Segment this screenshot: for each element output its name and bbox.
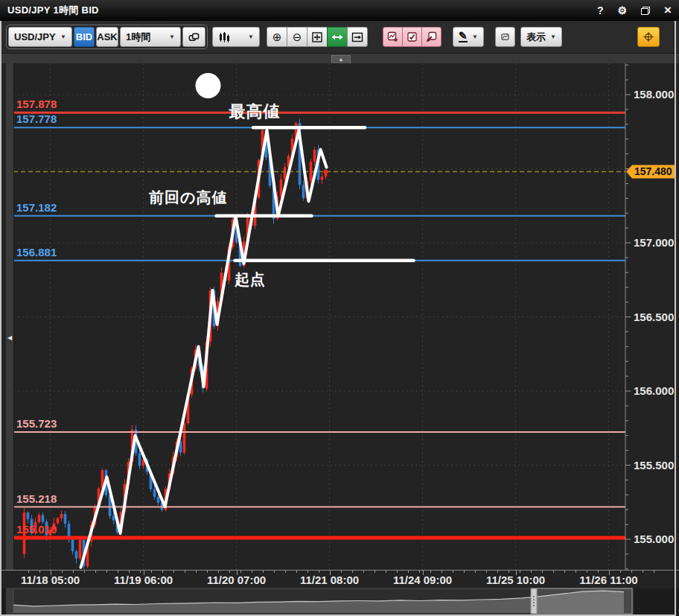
chevron-down-icon: ▼	[472, 34, 478, 40]
time-axis-tick	[363, 571, 364, 573]
time-axis-tick	[129, 571, 130, 573]
new-order-button[interactable]	[383, 27, 403, 47]
time-axis-tick	[274, 571, 275, 573]
chart-check-icon	[407, 31, 418, 42]
chart-box-icon	[501, 31, 509, 42]
bid-button[interactable]: BID	[74, 27, 95, 47]
candle-body	[138, 454, 141, 466]
y-axis-label: 157.000	[634, 236, 674, 249]
time-axis-tick	[475, 571, 476, 573]
horizontal-expand-icon	[331, 33, 343, 42]
candle-body	[79, 540, 82, 559]
crosshair-icon	[643, 31, 654, 43]
chart-minimap[interactable]	[0, 588, 679, 616]
time-axis-tick	[542, 571, 543, 573]
symbol-select[interactable]: USD/JPY▼	[8, 27, 72, 47]
minimap-handle-grip	[533, 599, 535, 600]
time-axis-tick	[263, 571, 264, 573]
time-axis-tick	[62, 571, 63, 573]
left-panel-gutter: ◀	[6, 63, 14, 616]
help-icon[interactable]: ?	[597, 5, 604, 16]
window-border-left	[0, 21, 1, 616]
time-axis-tick	[252, 571, 252, 573]
price-level-label: 155.218	[16, 492, 57, 505]
current-price-tag-label: 157.480	[634, 165, 672, 177]
time-axis-tick	[240, 571, 241, 573]
current-price-dot	[324, 169, 328, 174]
minimap-handle[interactable]	[531, 588, 537, 614]
candle-body	[112, 516, 115, 521]
chart-type-select[interactable]: ▼	[212, 27, 260, 47]
chevron-down-icon: ▼	[550, 34, 556, 40]
time-axis-tick	[441, 571, 442, 573]
time-axis-tick	[140, 571, 141, 573]
close-icon[interactable]: ×	[664, 5, 672, 16]
time-axis-tick	[185, 571, 185, 573]
candle-body	[75, 551, 78, 558]
time-axis-tick	[643, 571, 643, 573]
time-axis-tick	[486, 571, 487, 573]
price-level-label: 157.182	[16, 201, 57, 214]
chart-window: USD/JPY 1時間 BID ? ⚙ × USD/JPY▼ BID ASK 1…	[0, 0, 679, 616]
time-axis-tick	[296, 571, 297, 573]
zoom-in-button[interactable]: ⊕	[267, 27, 287, 47]
time-axis-tick	[319, 571, 319, 573]
triangle-up-icon: ▲	[339, 57, 344, 62]
link-chart-button[interactable]	[182, 27, 205, 47]
chart-annotation: 最高値	[229, 102, 281, 121]
timeframe-select[interactable]: 1時間▼	[120, 27, 181, 47]
time-axis-tick	[307, 571, 308, 573]
time-axis-tick	[285, 571, 286, 573]
open-side-panel-tab[interactable]: ◀	[6, 331, 13, 345]
chart-arrow-icon	[426, 31, 437, 42]
scroll-to-latest-button[interactable]	[347, 27, 368, 47]
time-axis-tick	[229, 571, 230, 573]
settings-gear-icon[interactable]: ⚙	[618, 5, 628, 16]
order-list-button[interactable]	[402, 27, 422, 47]
minimap-gutter	[6, 588, 13, 616]
indicator-button[interactable]	[495, 27, 515, 47]
candle-body	[313, 150, 316, 162]
order-from-chart-button[interactable]	[421, 27, 441, 47]
time-axis-tick	[374, 571, 375, 573]
y-axis-label: 156.000	[634, 384, 674, 397]
time-axis-tick	[173, 571, 174, 573]
order-tools-group	[383, 27, 441, 47]
time-axis-tick	[118, 571, 118, 573]
time-axis-tick	[553, 571, 554, 573]
time-axis-tick	[564, 571, 565, 573]
time-axis-tick	[218, 571, 219, 573]
time-axis[interactable]: 11/18 05:0011/19 06:0011/20 07:0011/21 0…	[0, 570, 679, 588]
time-axis-tick	[341, 571, 342, 573]
x-axis-label: 11/25 10:00	[486, 574, 545, 586]
crosshair-target-button[interactable]	[637, 27, 660, 47]
time-axis-tick	[654, 571, 654, 573]
candle-body	[302, 185, 305, 198]
chart-annotation: 起点	[234, 271, 266, 288]
x-axis-label: 11/19 06:00	[114, 574, 173, 586]
time-axis-tick	[39, 571, 40, 573]
fit-chart-button[interactable]	[307, 27, 328, 47]
chart-plus-icon	[387, 31, 398, 42]
toolbar-collapse-strip: ▲	[0, 53, 679, 64]
link-icon	[188, 32, 200, 42]
candle-body	[64, 514, 67, 524]
chart-plot[interactable]: 157.878157.778157.182156.881155.723155.2…	[0, 63, 679, 570]
price-level-label: 155.010	[16, 523, 57, 536]
time-axis-tick	[620, 571, 621, 573]
price-level-label: 155.723	[16, 417, 57, 430]
display-menu-button[interactable]: 表示 ▼	[520, 27, 562, 47]
draw-tool-select[interactable]: ✎ ▼	[453, 27, 484, 47]
time-axis-tick	[386, 571, 386, 573]
ask-button[interactable]: ASK	[96, 27, 118, 47]
time-axis-tick	[408, 571, 409, 573]
minimap-handle-grip	[533, 605, 535, 606]
zoom-out-button[interactable]: ⊖	[287, 27, 307, 47]
restore-window-icon[interactable]	[641, 7, 650, 15]
fit-horizontal-button[interactable]	[327, 27, 348, 47]
time-axis-tick	[631, 571, 632, 573]
chart-annotation: 前回の高値	[148, 189, 227, 206]
y-axis-label: 155.000	[634, 533, 674, 545]
candlestick-chart[interactable]: 157.878157.778157.182156.881155.723155.2…	[13, 63, 679, 570]
minimap-viewport[interactable]	[537, 588, 632, 614]
